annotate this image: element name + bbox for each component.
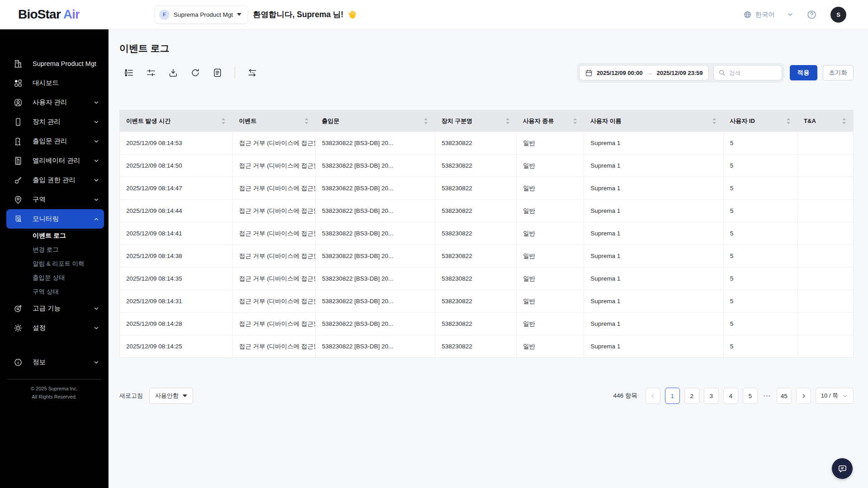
sort-icon[interactable] <box>222 118 225 124</box>
language-chevron-down-icon[interactable] <box>787 11 794 18</box>
cell-user_type: 일반 <box>517 245 584 267</box>
filter-button[interactable] <box>146 68 156 78</box>
column-header-8[interactable]: T&A <box>797 110 853 132</box>
sidebar-item-door-mgmt[interactable]: 출입문 관리 <box>6 131 104 151</box>
sort-icon[interactable] <box>787 118 790 124</box>
auto-refresh-dropdown[interactable]: 사용안함 <box>149 388 193 404</box>
table-row[interactable]: 2025/12/09 08:14:35접근 거부 (디바이스에 접근할 ...5… <box>120 267 854 290</box>
table-row[interactable]: 2025/12/09 08:14:44접근 거부 (디바이스에 접근할 ...5… <box>120 200 854 222</box>
cell-user_type: 일반 <box>517 155 584 177</box>
column-label: 이벤트 발생 시간 <box>126 117 170 125</box>
sidebar-item-access-mgmt[interactable]: 출입 권한 관리 <box>6 170 104 190</box>
last-page-button[interactable]: 45 <box>777 388 792 404</box>
caret-down-icon <box>237 13 241 16</box>
chat-fab-button[interactable] <box>832 458 853 479</box>
page-button-3[interactable]: 3 <box>704 388 719 404</box>
user-avatar[interactable]: S <box>830 7 846 23</box>
language-selector[interactable]: 한국어 <box>743 10 775 19</box>
event-table-body: 2025/12/09 08:14:53접근 거부 (디바이스에 접근할 ...5… <box>120 132 854 358</box>
cell-user_id: 5 <box>723 290 797 313</box>
table-row[interactable]: 2025/12/09 08:14:50접근 거부 (디바이스에 접근할 ...5… <box>120 155 854 177</box>
biostar-air-logo[interactable]: BioStar Air <box>18 7 155 22</box>
reset-button[interactable]: 초기화 <box>823 65 854 80</box>
column-header-1[interactable]: 이벤트 발생 시간 <box>120 110 233 132</box>
next-page-button[interactable] <box>796 388 811 404</box>
table-row[interactable]: 2025/12/09 08:14:47접근 거부 (디바이스에 접근할 ...5… <box>120 177 854 200</box>
caret-down-icon <box>183 394 187 397</box>
report-button[interactable] <box>212 68 222 78</box>
table-row[interactable]: 2025/12/09 08:14:28접근 거부 (디바이스에 접근할 ...5… <box>120 313 854 335</box>
table-row[interactable]: 2025/12/09 08:14:25접근 거부 (디바이스에 접근할 ...5… <box>120 335 854 358</box>
column-header-6[interactable]: 사용자 이름 <box>584 110 723 132</box>
logo-text-biostar: BioStar <box>18 7 61 21</box>
page-size-select[interactable]: 10 / 쪽 <box>816 388 854 404</box>
column-header-7[interactable]: 사용자 ID <box>723 110 797 132</box>
submenu-item-event-log[interactable]: 이벤트 로그 <box>0 229 108 243</box>
submenu-item-change-log[interactable]: 변경 로그 <box>0 243 108 257</box>
table-row[interactable]: 2025/12/09 08:14:31접근 거부 (디바이스에 접근할 ...5… <box>120 290 854 313</box>
sort-icon[interactable] <box>305 118 308 124</box>
submenu-item-zone-status[interactable]: 구역 상태 <box>0 285 108 299</box>
page-buttons: 12345 <box>665 388 758 404</box>
chevron-down-icon <box>93 158 99 164</box>
submenu-item-door-status[interactable]: 출입문 상태 <box>0 271 108 285</box>
search-input[interactable] <box>729 70 777 76</box>
search-box[interactable] <box>713 65 782 80</box>
sort-icon[interactable] <box>712 118 716 124</box>
apply-button[interactable]: 적용 <box>790 65 817 80</box>
sidebar-item-elevator-mgmt[interactable]: 엘리베이터 관리 <box>6 151 104 170</box>
refresh-button[interactable] <box>190 68 200 78</box>
sidebar-item-user-mgmt[interactable]: 사용자 관리 <box>6 93 104 112</box>
auto-refresh-label: 새로고침 <box>119 392 143 400</box>
cell-user_id: 5 <box>723 222 797 245</box>
table-row[interactable]: 2025/12/09 08:14:38접근 거부 (디바이스에 접근할 ...5… <box>120 245 854 267</box>
table-row[interactable]: 2025/12/09 08:14:41접근 거부 (디바이스에 접근할 ...5… <box>120 222 854 245</box>
sidebar-item-label: 출입문 관리 <box>33 137 93 145</box>
column-settings-button[interactable] <box>124 68 134 78</box>
date-range-input[interactable]: 2025/12/09 00:00 → 2025/12/09 23:59 <box>579 65 709 80</box>
page-button-4[interactable]: 4 <box>723 388 738 404</box>
help-button[interactable] <box>807 9 817 20</box>
transfer-logs-button[interactable] <box>247 68 257 78</box>
cell-user_name: Suprema 1 <box>584 335 723 358</box>
sidebar-item-settings[interactable]: 설정 <box>6 318 104 338</box>
cell-user_name: Suprema 1 <box>584 267 723 290</box>
cell-device: 538230822 <box>435 155 516 177</box>
column-header-5[interactable]: 사용자 종류 <box>517 110 584 132</box>
column-label: 사용자 종류 <box>523 117 554 125</box>
date-start-value: 2025/12/09 00:00 <box>597 70 643 76</box>
sort-icon[interactable] <box>842 118 846 124</box>
top-header: BioStar Air F Suprema Product Mgt 환영합니다,… <box>0 0 868 29</box>
submenu-item-alert-report-history[interactable]: 알림 & 리포트 이력 <box>0 257 108 271</box>
sort-icon[interactable] <box>424 118 428 124</box>
cell-user_name: Suprema 1 <box>584 132 723 155</box>
page-button-1[interactable]: 1 <box>665 388 680 404</box>
column-header-2[interactable]: 이벤트 <box>232 110 315 132</box>
sidebar-item-monitoring[interactable]: 모니터링 <box>6 209 104 229</box>
sidebar-item-dashboard[interactable]: 대시보드 <box>6 73 104 93</box>
sort-icon[interactable] <box>506 118 509 124</box>
sidebar-item-info[interactable]: 정보 <box>6 352 104 372</box>
cell-device: 538230822 <box>435 132 516 155</box>
column-header-3[interactable]: 출입문 <box>316 110 435 132</box>
prev-page-button[interactable] <box>646 388 660 404</box>
cell-device: 538230822 <box>435 335 516 358</box>
column-header-4[interactable]: 장치 구분명 <box>435 110 516 132</box>
organization-selector[interactable]: F Suprema Product Mgt <box>155 5 248 24</box>
cell-device: 538230822 <box>435 267 516 290</box>
page-button-2[interactable]: 2 <box>684 388 699 404</box>
cell-user_id: 5 <box>723 177 797 200</box>
cell-event: 접근 거부 (디바이스에 접근할 ... <box>232 290 315 313</box>
sidebar-item-zone[interactable]: 구역 <box>6 190 104 209</box>
sidebar-item-advanced[interactable]: 고급 기능 <box>6 299 104 318</box>
page-button-5[interactable]: 5 <box>743 388 758 404</box>
sidebar-item-site[interactable]: Suprema Product Mgt <box>6 54 104 73</box>
welcome-text: 환영합니다, Suprema 님! <box>253 9 343 20</box>
table-row[interactable]: 2025/12/09 08:14:53접근 거부 (디바이스에 접근할 ...5… <box>120 132 854 155</box>
sort-icon[interactable] <box>573 118 577 124</box>
sidebar-item-device-mgmt[interactable]: 장치 관리 <box>6 112 104 131</box>
column-label: 사용자 이름 <box>590 117 622 125</box>
chevron-up-icon <box>93 216 99 222</box>
cell-door: 538230822 [BS3-DB] 20... <box>316 245 435 267</box>
download-button[interactable] <box>168 68 178 78</box>
